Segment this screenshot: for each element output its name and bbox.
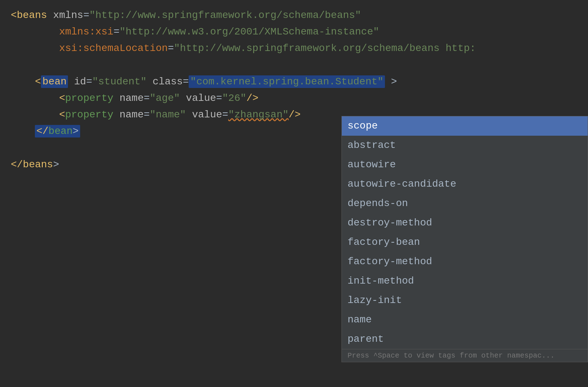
bean-name: bean bbox=[42, 76, 66, 87]
line-property-age: <property name="age" value="26"/> bbox=[11, 90, 577, 107]
eq6: = bbox=[144, 93, 150, 104]
autocomplete-item-abstract[interactable]: abstract bbox=[342, 136, 588, 155]
lt-prop1: < bbox=[59, 93, 65, 104]
autocomplete-item-destroy-method[interactable]: destroy-method bbox=[342, 213, 588, 233]
bean-tag-highlight: bean bbox=[41, 75, 68, 88]
autocomplete-item-autowire-candidate[interactable]: autowire-candidate bbox=[342, 174, 588, 194]
space4 bbox=[385, 76, 391, 87]
xmlns-value: "http://www.springframework.org/schema/b… bbox=[89, 10, 361, 21]
self-close-2: /> bbox=[289, 109, 301, 120]
eq3: = bbox=[168, 43, 174, 54]
autocomplete-item-parent[interactable]: parent bbox=[342, 330, 588, 349]
line-xmlns-xsi: xmlns:xsi="http://www.w3.org/2001/XMLSch… bbox=[11, 24, 577, 40]
gt3: > bbox=[53, 159, 59, 170]
space2 bbox=[68, 76, 74, 87]
name-value-2: "name" bbox=[150, 109, 186, 120]
xmlns-attr: xmlns bbox=[53, 10, 83, 21]
name-attr-2: name bbox=[119, 109, 143, 120]
autocomplete-item-factory-bean[interactable]: factory-bean bbox=[342, 233, 588, 252]
blank-line-1 bbox=[11, 57, 577, 74]
id-value: "student" bbox=[92, 76, 146, 87]
value-val-1: "26" bbox=[222, 93, 246, 104]
autocomplete-item-depends-on[interactable]: depends-on bbox=[342, 194, 588, 213]
lt-prop2: < bbox=[59, 109, 65, 120]
class-value: "com.kernel.spring.bean.Student" bbox=[189, 75, 385, 88]
line-beans-open: <beans xmlns="http://www.springframework… bbox=[11, 7, 577, 24]
xsi-value: "http://www.w3.org/2001/XMLSchema-instan… bbox=[119, 26, 379, 37]
property-tag-1: property bbox=[65, 93, 113, 104]
space5 bbox=[114, 93, 120, 104]
space3 bbox=[147, 76, 153, 87]
self-close-1: /> bbox=[246, 93, 258, 104]
id-attr: id bbox=[74, 76, 86, 87]
bean-close-tag: bean bbox=[49, 126, 73, 137]
line-schema-location: xsi:schemaLocation="http://www.springfra… bbox=[11, 40, 577, 57]
schema-value: "http://www.springframework.org/schema/b… bbox=[174, 43, 476, 54]
value-attr-1: value bbox=[186, 93, 216, 104]
line-bean-open: <bean id="student" class="com.kernel.spr… bbox=[11, 74, 577, 90]
autocomplete-item-scope[interactable]: scope bbox=[342, 116, 588, 136]
lt-bean: < bbox=[35, 76, 41, 87]
beans-close-tag: beans bbox=[23, 159, 53, 170]
space bbox=[47, 10, 53, 21]
gt2: > bbox=[73, 126, 79, 137]
autocomplete-item-lazy-init[interactable]: lazy-init bbox=[342, 291, 588, 310]
autocomplete-footer: Press ^Space to view tags from other nam… bbox=[342, 349, 588, 362]
beans-tag: beans bbox=[17, 10, 47, 21]
value-val-2: "zhangsan" bbox=[228, 109, 289, 120]
eq5: = bbox=[183, 76, 189, 87]
autocomplete-item-autowire[interactable]: autowire bbox=[342, 155, 588, 174]
autocomplete-item-init-method[interactable]: init-method bbox=[342, 271, 588, 291]
property-tag-2: property bbox=[65, 109, 113, 120]
autocomplete-item-factory-method[interactable]: factory-method bbox=[342, 252, 588, 271]
value-attr-2: value bbox=[192, 109, 222, 120]
lt-slash-beans: </ bbox=[11, 159, 23, 170]
lt-slash: </ bbox=[36, 126, 49, 137]
eq2: = bbox=[114, 26, 120, 37]
gt1: > bbox=[391, 76, 397, 87]
autocomplete-item-name[interactable]: name bbox=[342, 310, 588, 330]
eq4: = bbox=[86, 76, 92, 87]
class-attr: class bbox=[153, 76, 183, 87]
eq9: = bbox=[222, 109, 228, 120]
space8 bbox=[186, 109, 192, 120]
autocomplete-dropdown[interactable]: scope abstract autowire autowire-candida… bbox=[341, 116, 588, 362]
lt-bracket: < bbox=[11, 10, 17, 21]
xsi-prefix: xsi:schemaLocation bbox=[59, 43, 167, 54]
eq8: = bbox=[144, 109, 150, 120]
name-attr-1: name bbox=[119, 93, 143, 104]
eq7: = bbox=[216, 93, 222, 104]
space7 bbox=[114, 109, 120, 120]
name-value-1: "age" bbox=[150, 93, 180, 104]
xmlns-prefix: xmlns:xsi bbox=[59, 26, 113, 37]
eq: = bbox=[83, 10, 89, 21]
space6 bbox=[180, 93, 186, 104]
bean-close-highlight: </bean> bbox=[35, 125, 80, 137]
